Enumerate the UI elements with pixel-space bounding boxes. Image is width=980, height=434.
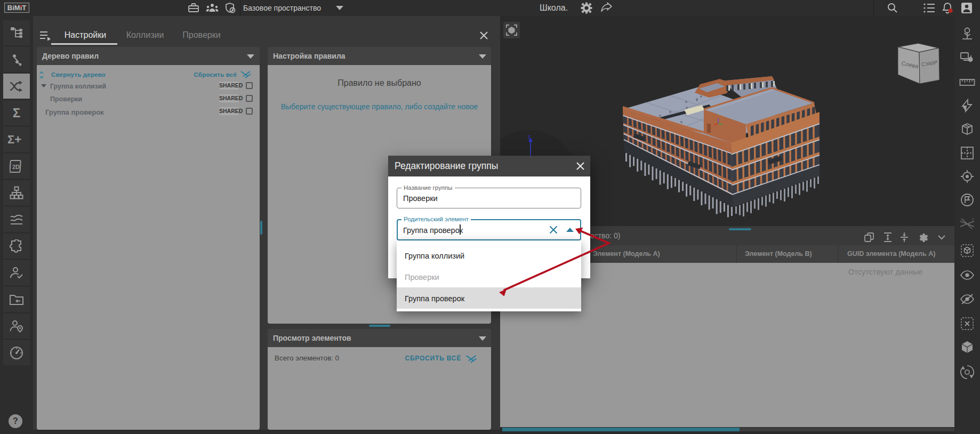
svg-text:2D: 2D: [12, 164, 20, 170]
svg-text:2: 2: [972, 218, 974, 221]
svg-text:z: z: [528, 134, 531, 140]
